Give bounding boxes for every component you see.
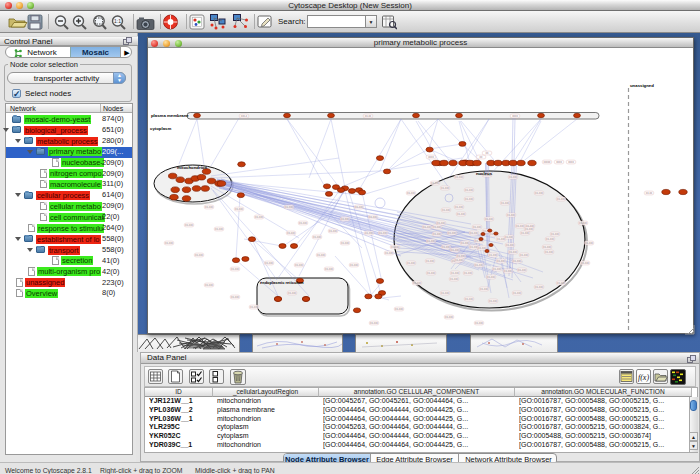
svg-text:xx-xxx: xx-xxx — [329, 229, 338, 233]
svg-text:xx-xxx: xx-xxx — [427, 239, 436, 243]
svg-text:xx-xxx: xx-xxx — [295, 263, 304, 267]
svg-text:xx-xxx: xx-xxx — [535, 285, 544, 289]
svg-text:xx-xxx: xx-xxx — [465, 197, 474, 201]
svg-text:xx-xxx: xx-xxx — [497, 259, 506, 263]
svg-text:xx-xxx: xx-xxx — [445, 315, 454, 319]
svg-text:xx-xxx: xx-xxx — [581, 261, 590, 265]
svg-text:xx-xxx: xx-xxx — [313, 235, 322, 239]
svg-text:xx-xxx: xx-xxx — [288, 291, 297, 295]
svg-text:xx-xxx: xx-xxx — [355, 205, 364, 209]
svg-text:xx-xxx: xx-xxx — [489, 299, 498, 303]
svg-text:xx-xxx: xx-xxx — [365, 231, 374, 235]
svg-text:xx-xxx: xx-xxx — [475, 321, 484, 325]
svg-text:xx-xxx: xx-xxx — [504, 269, 513, 273]
svg-text:xx-xxx: xx-xxx — [505, 235, 514, 239]
svg-text:xx-xxx: xx-xxx — [485, 217, 494, 221]
svg-text:xx-xx: xx-xx — [646, 191, 653, 195]
svg-text:xx-xxx: xx-xxx — [465, 188, 474, 192]
svg-text:xx-xxx: xx-xxx — [513, 259, 522, 263]
svg-text:xx-xxx: xx-xxx — [585, 241, 594, 245]
svg-text:xx-xxx: xx-xxx — [350, 263, 359, 267]
svg-text:xx-xxx: xx-xxx — [369, 215, 378, 219]
svg-text:xx-xxx: xx-xxx — [231, 295, 240, 299]
svg-text:xx-xxx: xx-xxx — [520, 253, 529, 257]
svg-text:mitochondrion: mitochondrion — [177, 165, 207, 170]
svg-text:xx-xxx: xx-xxx — [195, 253, 204, 257]
svg-text:xx-xxx: xx-xxx — [557, 281, 566, 285]
svg-text:xx-xxx: xx-xxx — [433, 232, 442, 236]
svg-text:xx-xxx: xx-xxx — [255, 215, 264, 219]
svg-text:xx-xxx: xx-xxx — [451, 248, 460, 252]
svg-text:xx-xxx: xx-xxx — [509, 250, 518, 254]
svg-text:xx-xxx: xx-xxx — [287, 231, 296, 235]
svg-text:xx-xxx: xx-xxx — [391, 245, 400, 249]
svg-text:xx-xxx: xx-xxx — [441, 291, 450, 295]
svg-text:xx-xxx: xx-xxx — [546, 237, 555, 241]
svg-text:xx-xxx: xx-xxx — [465, 297, 474, 301]
svg-text:xx-xxx: xx-xxx — [557, 197, 566, 201]
svg-text:xx-xxx: xx-xxx — [215, 227, 224, 231]
svg-text:nucleus: nucleus — [476, 171, 493, 176]
svg-text:xx-xxx: xx-xxx — [185, 223, 194, 227]
svg-text:xx-xxx: xx-xxx — [455, 205, 464, 209]
svg-text:xxxx: xxxx — [428, 155, 434, 159]
svg-text:xx-xxx: xx-xxx — [205, 205, 214, 209]
svg-text:xx-xxx: xx-xxx — [265, 261, 274, 265]
svg-text:xx-xxx: xx-xxx — [448, 231, 457, 235]
svg-text:xx-xxx: xx-xxx — [455, 175, 464, 179]
svg-text:xx-xxx: xx-xxx — [470, 231, 479, 235]
svg-text:xx-xxx: xx-xxx — [464, 271, 473, 275]
svg-text:xx-xxx: xx-xxx — [475, 263, 484, 267]
svg-text:xx-xxx: xx-xxx — [450, 277, 459, 281]
svg-text:xx-xxx: xx-xxx — [325, 267, 334, 271]
svg-text:xx-xxx: xx-xxx — [426, 259, 435, 263]
svg-text:xx-xxx: xx-xxx — [493, 267, 502, 271]
svg-text:xx-xxx: xx-xxx — [455, 258, 464, 262]
svg-text:xx-xxx: xx-xxx — [506, 243, 515, 247]
svg-text:xx-xxx: xx-xxx — [501, 201, 510, 205]
svg-text:xx-xxx: xx-xxx — [457, 212, 466, 216]
svg-text:xx-xxx: xx-xxx — [231, 267, 240, 271]
svg-text:xx-xxx: xx-xxx — [509, 175, 518, 179]
svg-text:xx-xxx: xx-xxx — [442, 208, 451, 212]
svg-text:xx-xxx: xx-xxx — [341, 217, 350, 221]
svg-text:xx-xxx: xx-xxx — [480, 287, 489, 291]
svg-text:xx-xxx: xx-xxx — [379, 231, 388, 235]
svg-text:xx-xxx: xx-xxx — [441, 186, 450, 190]
svg-text:xx-xxx: xx-xxx — [235, 207, 244, 211]
svg-text:xx-xxx: xx-xxx — [535, 191, 544, 195]
svg-text:xxxx: xxxx — [556, 160, 562, 164]
svg-text:endoplasmic reticulum: endoplasmic reticulum — [260, 280, 304, 285]
svg-text:xx-xxx: xx-xxx — [507, 213, 516, 217]
svg-text:xx-xxx: xx-xxx — [461, 241, 470, 245]
svg-text:xx-xxx: xx-xxx — [451, 271, 460, 275]
svg-text:xx-xxx: xx-xxx — [545, 250, 554, 254]
svg-text:xx-xxx: xx-xxx — [385, 251, 394, 255]
svg-text:xx-xxx: xx-xxx — [165, 241, 174, 245]
svg-text:xx-xxx: xx-xxx — [205, 283, 214, 287]
svg-text:xx-xxx: xx-xxx — [489, 253, 498, 257]
svg-text:xx-xxx: xx-xxx — [285, 205, 294, 209]
svg-text:xxx-x: xxx-x — [241, 114, 248, 118]
svg-text:xx-xxx: xx-xxx — [473, 225, 482, 229]
svg-text:xx-xxx: xx-xxx — [521, 231, 530, 235]
svg-text:xx-xx: xx-xx — [365, 114, 372, 118]
svg-text:xx-xxx: xx-xxx — [299, 221, 308, 225]
svg-text:xx-xxx: xx-xxx — [431, 181, 440, 185]
svg-text:unassigned: unassigned — [630, 83, 654, 88]
svg-text:xx-xxx: xx-xxx — [407, 261, 416, 265]
svg-text:xx-xxx: xx-xxx — [579, 221, 588, 225]
svg-text:1:1: 1:1 — [114, 18, 121, 24]
svg-text:xx-xxx: xx-xxx — [395, 307, 404, 311]
svg-text:xx-xxx: xx-xxx — [543, 245, 552, 249]
svg-text:xxxxx: xxxxx — [544, 160, 552, 164]
svg-text:xx-xxx: xx-xxx — [525, 227, 534, 231]
svg-text:xx-xxx: xx-xxx — [516, 224, 525, 228]
svg-text:xx-xxx: xx-xxx — [442, 245, 451, 249]
svg-text:xx-xxx: xx-xxx — [487, 275, 496, 279]
svg-text:plasma membrane: plasma membrane — [151, 113, 189, 118]
svg-text:xx-xxx: xx-xxx — [370, 321, 379, 325]
svg-text:xx-xxx: xx-xxx — [478, 246, 487, 250]
svg-text:xx-xxx: xx-xxx — [423, 225, 432, 229]
svg-text:xx-xxx: xx-xxx — [317, 253, 326, 257]
